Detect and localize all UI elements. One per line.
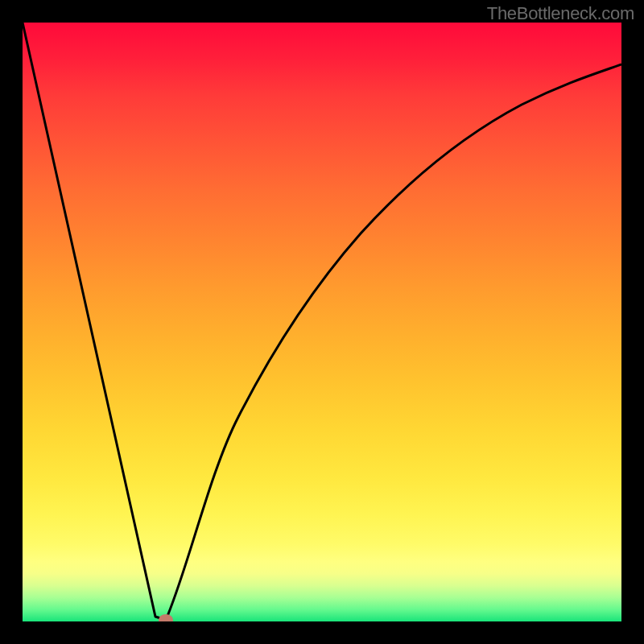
attribution-text: TheBottleneck.com bbox=[487, 3, 634, 24]
curve-overlay bbox=[23, 23, 621, 621]
marker-dot bbox=[159, 614, 173, 621]
plot-area bbox=[23, 23, 621, 621]
bottleneck-curve bbox=[23, 23, 621, 620]
chart-frame: TheBottleneck.com bbox=[0, 0, 644, 644]
